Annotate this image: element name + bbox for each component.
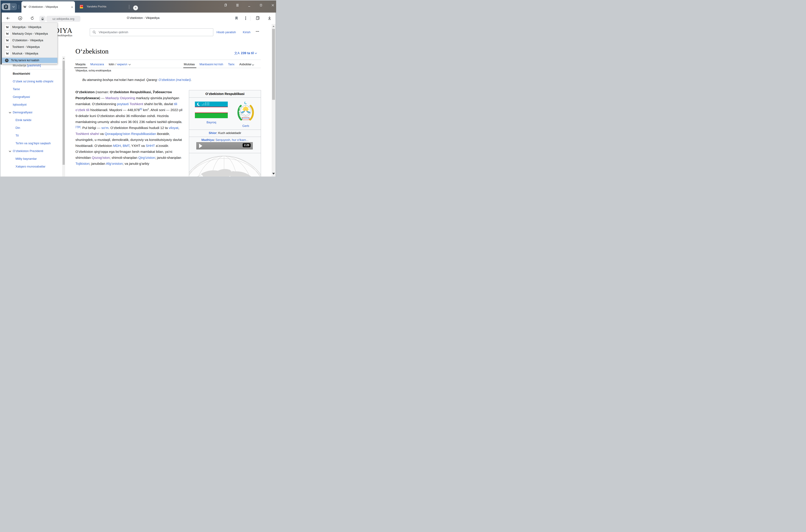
download-icon[interactable] <box>267 16 272 21</box>
chevron-down-icon[interactable] <box>9 150 11 152</box>
kebab-menu-icon[interactable] <box>243 16 248 21</box>
motto-label-link[interactable]: Shior <box>209 131 217 135</box>
chevron-down-icon[interactable] <box>9 111 11 113</box>
yandex-search-icon[interactable]: Я <box>17 16 23 21</box>
collections-tags-icon[interactable] <box>255 16 260 21</box>
tab-list-dropdown[interactable] <box>10 3 17 10</box>
scroll-down-icon[interactable] <box>272 173 275 175</box>
toc-item-xalqaro[interactable]: Xalqaro munosabatlar <box>13 165 60 169</box>
toc-item-etnik-tarkibi[interactable]: Etnik tarkibi <box>13 118 60 122</box>
back-icon[interactable] <box>5 16 11 21</box>
emblem-caption-link[interactable]: Gerb <box>236 124 255 128</box>
inline-link[interactable]: O‘zbekiston (ma’nolari) <box>159 78 191 81</box>
toc-item-talim[interactable]: Ta’lim va sog‘liqni saqlash <box>13 141 60 146</box>
tab-maqola[interactable]: Maqola <box>75 62 85 66</box>
toc-item-til[interactable]: Til <box>13 133 60 138</box>
address-bar[interactable]: uz.wikipedia.org <box>46 16 80 22</box>
anthem-audio-player[interactable]: 2:29 <box>196 142 253 149</box>
maximize-icon[interactable] <box>259 3 263 7</box>
inline-link[interactable]: Qirg‘iziston <box>138 156 155 159</box>
inline-link[interactable]: Qoraqalpog‘iston Respublikasidan <box>104 132 156 136</box>
toc-item-prezidenti[interactable]: O‘zbekiston Prezidenti <box>13 149 60 153</box>
inline-link[interactable]: Toshkent <box>130 102 143 106</box>
scroll-up-icon[interactable] <box>63 58 64 59</box>
inline-link[interactable]: BMT <box>123 144 130 148</box>
inline-link[interactable]: poytaxti <box>117 102 129 106</box>
search-input[interactable] <box>98 30 213 34</box>
side-panel-bookmarks-icon[interactable] <box>224 3 228 7</box>
site-info-lock-button[interactable] <box>39 16 45 22</box>
new-tab-button[interactable]: + <box>133 5 138 10</box>
tab-counter-button[interactable]: 2 <box>2 3 17 10</box>
text-run: . O‘zbekiston Respublikasi hududi 12 ta <box>109 126 169 130</box>
inline-link[interactable]: tili <box>174 102 177 106</box>
login-link[interactable]: Kirish <box>243 31 250 34</box>
inline-link[interactable]: viloyat <box>169 126 178 130</box>
wikipedia-favicon: W <box>5 51 10 56</box>
inline-link[interactable]: Markaziy Osiyoning <box>105 96 135 100</box>
toc-item-tarixi[interactable]: Tarixi <box>13 87 60 91</box>
inline-link[interactable]: [7][8] <box>75 126 80 128</box>
scroll-up-icon[interactable] <box>273 26 274 27</box>
variant-selector[interactable]: lotin/кирилл <box>109 62 130 66</box>
inline-link[interactable]: SHHT <box>146 144 155 148</box>
inline-link[interactable]: [6] <box>140 108 142 110</box>
close-window-icon[interactable] <box>271 3 275 7</box>
scrollbar-thumb[interactable] <box>272 29 275 100</box>
header-more-button[interactable]: ••• <box>256 30 260 33</box>
toc-item-ozbek-sozining[interactable]: O‘zbek so‘zining kelib chiqishi <box>13 79 60 83</box>
tab-tarix[interactable]: Tarix <box>228 62 234 66</box>
close-tab-icon[interactable]: × <box>71 5 73 9</box>
inline-link[interactable]: o‘zbek tili <box>75 108 89 112</box>
tab-active-wikipedia[interactable]: W O‘zbekiston - Vikipediya × <box>21 1 75 13</box>
tab-munozara[interactable]: Munozara <box>90 62 104 66</box>
create-account-link[interactable]: Hisob yaratish <box>216 31 236 34</box>
history-item-label: Toshkent - Vikipediya <box>12 45 40 49</box>
toc-item-demografiyasi[interactable]: Demografiyasi <box>13 110 60 114</box>
article-title: O‘zbekiston <box>75 48 109 55</box>
toc-item-geografiyasi[interactable]: Geografiyasi <box>13 95 60 99</box>
inline-link[interactable]: so‘m <box>101 126 109 130</box>
tab-yandex-mail[interactable]: Yandeks Pochta <box>77 0 129 13</box>
toc-item-milliy-bayramlar[interactable]: Milliy bayramlar <box>13 157 60 161</box>
history-item-ozbekiston[interactable]: W O‘zbekiston - Vikipediya <box>2 37 57 44</box>
toc-item-iqtisodiyot[interactable]: Iqtisodiyot <box>13 102 60 107</box>
inline-link[interactable]: Tojikiston <box>75 162 89 166</box>
show-full-history-item[interactable]: To‘liq tarixni ko‘rsatish <box>2 58 57 63</box>
flag-caption-link[interactable]: Bayroq <box>195 120 228 124</box>
toc-item-boshlanishi[interactable]: Boshlanishi <box>13 72 60 76</box>
tab-mutolaa[interactable]: Mutolaa <box>184 62 195 66</box>
minimize-icon[interactable] <box>247 4 251 8</box>
anthem-label-link[interactable]: Madhiya <box>202 138 214 141</box>
language-selector[interactable]: 文A 239 ta til <box>234 51 257 55</box>
text-run: , YXHT va <box>130 144 146 148</box>
history-item-mushuk[interactable]: W Mushuk - Vikipediya <box>2 50 57 57</box>
table-of-contents: Mundarija [yashirish] Boshlanishi O‘zbek… <box>13 63 60 169</box>
inline-link[interactable]: Qozog‘iston <box>92 156 110 159</box>
text-run: hisoblanadi. Maydoni — 448,978 <box>89 108 140 112</box>
variant-cyrillic: кирилл <box>117 62 127 66</box>
page-scrollbar[interactable] <box>272 24 275 176</box>
reload-icon[interactable] <box>30 16 35 21</box>
variant-slash: / <box>115 62 116 66</box>
anthem-title-link[interactable]: Serquyosh, hur o‘lkam... <box>215 138 249 141</box>
tab-manbasini-korish[interactable]: Manbasini ko‘rish <box>199 62 223 66</box>
wiki-search-box[interactable] <box>90 28 213 36</box>
history-item-mongoliya[interactable]: W Mongoliya - Vikipediya <box>2 24 57 31</box>
tab-asboblar[interactable]: Asboblar <box>239 62 254 66</box>
uzbekistan-emblem-image[interactable] <box>236 100 255 122</box>
content-scrollbar[interactable] <box>62 56 65 176</box>
menu-icon[interactable] <box>235 3 239 7</box>
bookmark-flag-icon[interactable] <box>234 16 239 21</box>
uzbekistan-flag-image[interactable] <box>195 101 228 118</box>
motto-value: : Kuch adolatdadir <box>216 131 241 135</box>
inline-link[interactable]: [yashirish] <box>27 64 41 67</box>
toc-item-din[interactable]: Din <box>13 126 60 130</box>
play-icon[interactable] <box>199 144 202 148</box>
inline-link[interactable]: MDH <box>113 144 121 148</box>
inline-link[interactable]: Afg‘oniston <box>106 162 123 166</box>
inline-link[interactable]: Toshkent shahri <box>75 132 99 136</box>
history-item-markaziy-osiyo[interactable]: W Markaziy Osiyo - Vikipediya <box>2 31 57 37</box>
scrollbar-thumb[interactable] <box>62 61 65 165</box>
history-item-toshkent[interactable]: W Toshkent - Vikipediya <box>2 44 57 50</box>
